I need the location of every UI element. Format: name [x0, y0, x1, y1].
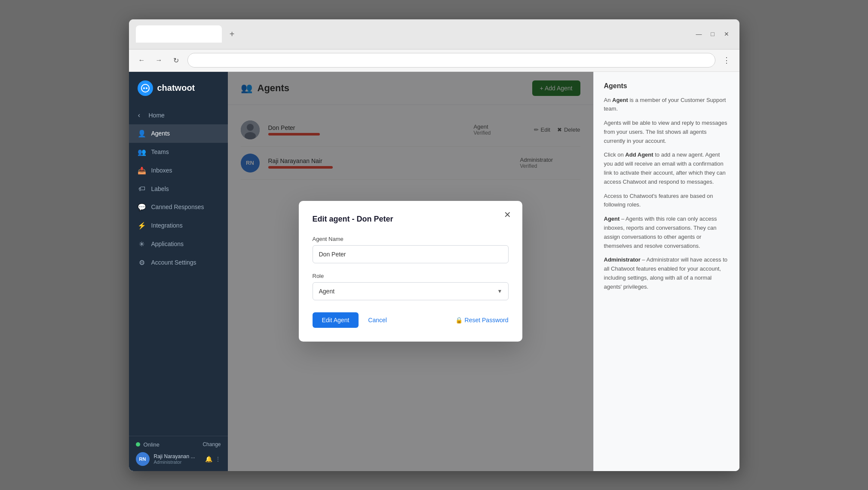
maximize-button[interactable]: □ [707, 28, 719, 40]
labels-icon: 🏷 [138, 185, 146, 193]
browser-menu-button[interactable]: ⋮ [721, 54, 733, 66]
sidebar-item-agents[interactable]: 👤 Agents [129, 124, 228, 143]
sidebar-item-agents-label: Agents [151, 130, 170, 137]
sidebar-item-inboxes[interactable]: 📥 Inboxes [129, 161, 228, 180]
app-container: chatwoot ‹ Home 👤 Agents 👥 Teams 📥 Inbox [129, 72, 739, 471]
info-panel: Agents An Agent is a member of your Cust… [593, 72, 739, 471]
reset-password-button[interactable]: 🔒 Reset Password [455, 317, 509, 324]
browser-window: + — □ ✕ ← → ↻ ⋮ [129, 19, 739, 471]
change-status-link[interactable]: Change [202, 441, 221, 447]
modal-actions: Edit Agent Cancel 🔒 Reset Password [313, 312, 509, 328]
canned-icon: 💬 [138, 203, 146, 211]
settings-icon: ⚙ [138, 259, 146, 267]
agent-name-input[interactable] [313, 245, 509, 263]
integrations-icon: ⚡ [138, 222, 146, 230]
sidebar-item-teams[interactable]: 👥 Teams [129, 143, 228, 161]
notification-icon[interactable]: 🔔 [205, 456, 212, 462]
user-avatar: RN [136, 452, 150, 466]
browser-tab[interactable] [136, 25, 222, 43]
forward-button[interactable]: → [153, 54, 165, 66]
agent-name-label: Agent Name [313, 236, 509, 242]
status-dot [136, 442, 140, 447]
sidebar-item-home[interactable]: ‹ Home [129, 106, 228, 124]
info-panel-para-6: Administrator – Administrator will have … [604, 256, 729, 291]
logo-icon [138, 80, 153, 96]
svg-point-0 [141, 84, 149, 92]
main-content: 👥 Agents + Add Agent [228, 72, 593, 471]
modal-title: Edit agent - Don Peter [313, 215, 509, 224]
sidebar-item-account-settings[interactable]: ⚙ Account Settings [129, 253, 228, 272]
refresh-button[interactable]: ↻ [170, 54, 182, 66]
agent-name-field-group: Agent Name [313, 236, 509, 263]
role-field-group: Role Agent Administrator ▼ [313, 273, 509, 300]
logo-text: chatwoot [157, 83, 195, 93]
reset-password-label: Reset Password [465, 317, 509, 324]
user-menu-icon[interactable]: ⋮ [215, 456, 221, 462]
new-tab-button[interactable]: + [225, 27, 239, 41]
applications-icon: ✳ [138, 240, 146, 248]
sidebar-item-integrations-label: Integrations [151, 222, 183, 229]
agents-icon: 👤 [138, 129, 146, 138]
teams-icon: 👥 [138, 148, 146, 156]
window-controls: — □ ✕ [693, 28, 733, 40]
browser-titlebar: + — □ ✕ [129, 19, 739, 49]
sidebar-bottom: Online Change RN Raji Narayanan ... Admi… [129, 436, 228, 471]
sidebar-item-labels-label: Labels [151, 185, 169, 192]
sidebar-item-home-label: Home [149, 112, 165, 119]
info-panel-para-3: Click on Add Agent to add a new agent. A… [604, 151, 729, 186]
browser-toolbar: ← → ↻ ⋮ [129, 49, 739, 72]
role-select-wrapper: Agent Administrator ▼ [313, 282, 509, 300]
user-name: Raji Narayanan ... [154, 453, 201, 459]
minimize-button[interactable]: — [693, 28, 705, 40]
info-panel-para-5: Agent – Agents with this role can only a… [604, 215, 729, 250]
sidebar-item-canned-label: Canned Responses [151, 203, 204, 210]
address-bar[interactable] [187, 53, 715, 68]
cancel-button[interactable]: Cancel [365, 312, 390, 328]
user-role: Administrator [154, 459, 201, 465]
lock-icon: 🔒 [455, 317, 463, 324]
sidebar-nav: ‹ Home 👤 Agents 👥 Teams 📥 Inboxes 🏷 [129, 106, 228, 436]
modal-overlay[interactable]: ✕ Edit agent - Don Peter Agent Name Role… [228, 72, 593, 471]
user-info: Raji Narayanan ... Administrator [154, 453, 201, 465]
sidebar-item-integrations[interactable]: ⚡ Integrations [129, 216, 228, 235]
info-panel-para-1: An Agent is a member of your Customer Su… [604, 96, 729, 114]
sidebar-item-canned-responses[interactable]: 💬 Canned Responses [129, 198, 228, 216]
status-label: Online [144, 441, 199, 448]
info-panel-para-4: Access to Chatwoot's features are based … [604, 192, 729, 210]
inboxes-icon: 📥 [138, 166, 146, 175]
sidebar-item-applications-label: Applications [151, 240, 184, 247]
info-panel-title: Agents [604, 82, 729, 90]
sidebar-item-settings-label: Account Settings [151, 259, 196, 266]
sidebar-item-labels[interactable]: 🏷 Labels [129, 180, 228, 198]
svg-point-1 [143, 87, 145, 89]
sidebar-item-teams-label: Teams [151, 148, 169, 155]
back-button[interactable]: ← [136, 54, 148, 66]
sidebar-logo: chatwoot [129, 72, 228, 106]
close-button[interactable]: ✕ [721, 28, 733, 40]
role-label: Role [313, 273, 509, 279]
status-row: Online Change [136, 441, 221, 448]
sidebar-item-inboxes-label: Inboxes [151, 167, 172, 174]
modal-close-button[interactable]: ✕ [502, 209, 514, 221]
svg-point-2 [146, 87, 147, 89]
sidebar: chatwoot ‹ Home 👤 Agents 👥 Teams 📥 Inbox [129, 72, 228, 471]
info-panel-para-2: Agents will be able to view and reply to… [604, 119, 729, 145]
user-row: RN Raji Narayanan ... Administrator 🔔 ⋮ [136, 452, 221, 466]
role-select[interactable]: Agent Administrator [313, 282, 509, 300]
user-actions: 🔔 ⋮ [205, 456, 221, 462]
collapse-icon: ‹ [135, 111, 144, 119]
sidebar-item-applications[interactable]: ✳ Applications [129, 235, 228, 253]
tab-bar: + [136, 25, 688, 43]
edit-agent-submit-button[interactable]: Edit Agent [313, 312, 359, 328]
edit-agent-modal: ✕ Edit agent - Don Peter Agent Name Role… [299, 201, 522, 342]
